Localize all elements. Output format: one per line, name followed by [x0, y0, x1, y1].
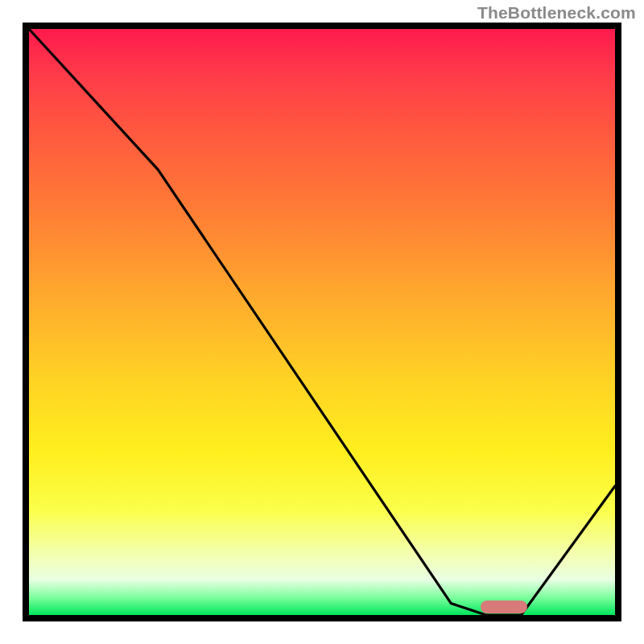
watermark-label: TheBottleneck.com: [477, 3, 636, 23]
chart-frame: [23, 23, 621, 621]
bottleneck-curve: [29, 29, 615, 615]
bottleneck-curve-path: [29, 29, 615, 615]
optimal-range-marker: [481, 601, 527, 613]
